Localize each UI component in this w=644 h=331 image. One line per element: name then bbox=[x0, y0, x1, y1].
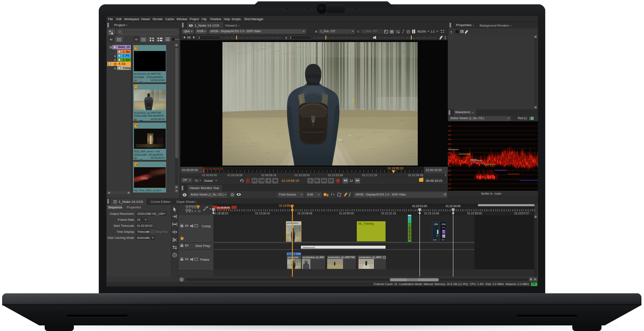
svg-text:-20: -20 bbox=[448, 187, 451, 190]
svg-text:90: 90 bbox=[448, 138, 451, 141]
svg-text:-10: -10 bbox=[448, 182, 451, 185]
svg-text:40: 40 bbox=[448, 160, 451, 163]
svg-text:120: 120 bbox=[448, 124, 451, 127]
svg-text:0: 0 bbox=[450, 178, 451, 181]
svg-text:70: 70 bbox=[448, 147, 451, 150]
svg-text:100: 100 bbox=[448, 133, 451, 136]
svg-text:60: 60 bbox=[448, 151, 451, 154]
svg-text:50: 50 bbox=[448, 156, 451, 159]
svg-text:110: 110 bbox=[448, 129, 451, 132]
svg-text:10: 10 bbox=[448, 173, 451, 176]
svg-text:30: 30 bbox=[448, 164, 451, 167]
svg-text:20: 20 bbox=[448, 169, 451, 172]
svg-text:80: 80 bbox=[448, 142, 451, 145]
